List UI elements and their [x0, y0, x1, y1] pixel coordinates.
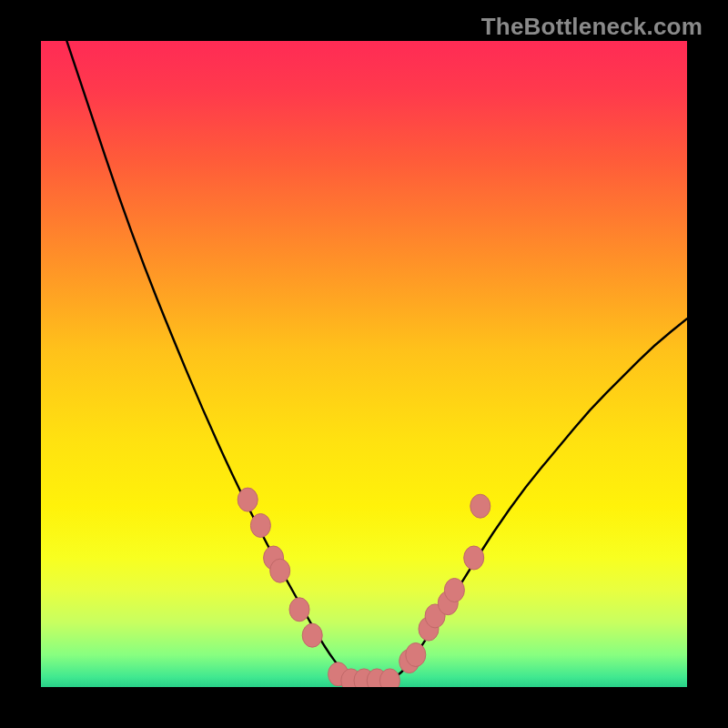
marker-dot [302, 623, 322, 647]
data-markers [238, 488, 490, 687]
curve-layer [41, 41, 687, 687]
marker-dot [250, 514, 270, 538]
marker-dot [270, 559, 290, 582]
chart-stage: TheBottleneck.com [0, 0, 728, 728]
marker-dot [379, 669, 399, 687]
marker-dot [289, 598, 309, 622]
marker-dot [238, 488, 258, 511]
plot-area [41, 41, 687, 687]
marker-dot [464, 546, 484, 570]
marker-dot [406, 643, 426, 667]
marker-dot [444, 579, 464, 602]
bottleneck-curve [66, 41, 687, 681]
watermark-text: TheBottleneck.com [481, 13, 703, 41]
marker-dot [470, 494, 490, 518]
